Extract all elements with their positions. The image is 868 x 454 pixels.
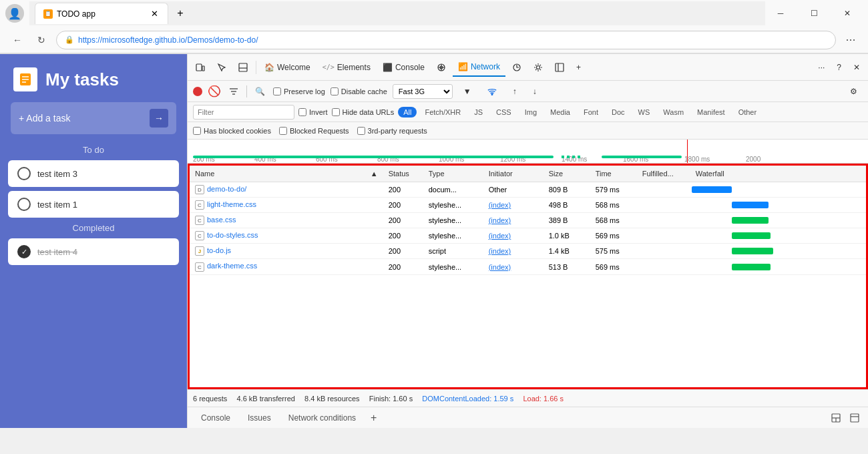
search-button[interactable]: 🔍 xyxy=(252,83,268,99)
record-button[interactable] xyxy=(193,87,202,96)
table-row[interactable]: Cdark-theme.css200styleshe...(index)513 … xyxy=(190,259,866,274)
browser-tab-active[interactable]: 📋 TODO app ✕ xyxy=(35,3,168,24)
cell-initiator[interactable]: (index) xyxy=(483,259,544,274)
filter-chip-font[interactable]: Font xyxy=(578,107,604,118)
hide-data-urls-label[interactable]: Hide data URLs xyxy=(332,108,395,116)
tab-sources-icon[interactable] xyxy=(431,58,451,77)
col-header-status[interactable]: Status xyxy=(383,166,423,182)
list-item[interactable]: test item 1 xyxy=(8,191,179,218)
table-row[interactable]: Cbase.css200styleshe...(index)389 B568 m… xyxy=(190,213,866,228)
close-button[interactable]: ✕ xyxy=(832,3,863,24)
disable-cache-checkbox[interactable] xyxy=(331,87,339,95)
devtools-close-button[interactable]: ✕ xyxy=(848,58,865,77)
filter-chip-all[interactable]: All xyxy=(398,107,417,118)
minimize-button[interactable]: ─ xyxy=(765,3,796,24)
undock-button[interactable] xyxy=(828,410,844,426)
preserve-log-label[interactable]: Preserve log xyxy=(273,87,325,95)
table-row[interactable]: Ddemo-to-do/200docum...Other809 B579 ms xyxy=(190,182,866,198)
has-blocked-cookies-label[interactable]: Has blocked cookies xyxy=(193,127,271,135)
inspect-button[interactable] xyxy=(212,58,232,77)
bottom-tab-network-conditions[interactable]: Network conditions xyxy=(280,411,364,425)
col-header-name[interactable]: Name ▲ xyxy=(190,166,383,182)
devtools-more-button[interactable]: ··· xyxy=(813,58,830,77)
tab-welcome[interactable]: 🏠 Welcome xyxy=(259,58,316,77)
download-button[interactable]: ↓ xyxy=(527,83,542,99)
tab-sidebar-toggle[interactable] xyxy=(550,58,570,77)
tab-network[interactable]: 📶 Stop recording Network xyxy=(453,58,505,77)
third-party-label[interactable]: 3rd-party requests xyxy=(357,127,427,135)
cell-name[interactable]: Cto-do-styles.css xyxy=(190,228,383,244)
disable-cache-label[interactable]: Disable cache xyxy=(331,87,387,95)
filter-chip-manifest[interactable]: Manifest xyxy=(692,107,730,118)
refresh-button[interactable]: ↻ xyxy=(32,31,51,49)
filter-chip-media[interactable]: Media xyxy=(545,107,576,118)
more-tools-button[interactable]: + xyxy=(571,58,586,77)
dock-button[interactable] xyxy=(847,410,863,426)
back-button[interactable]: ← xyxy=(8,31,27,49)
cell-initiator[interactable]: (index) xyxy=(483,198,544,213)
devtools-help-button[interactable]: ? xyxy=(831,58,847,77)
third-party-checkbox[interactable] xyxy=(357,127,365,135)
invert-label[interactable]: Invert xyxy=(298,108,328,116)
col-header-waterfall[interactable]: Waterfall xyxy=(690,166,866,182)
col-header-initiator[interactable]: Initiator xyxy=(483,166,544,182)
network-table-container[interactable]: Name ▲ Status Type Initiator Size Time F… xyxy=(188,164,868,389)
list-item[interactable]: test item 3 xyxy=(8,160,179,187)
preserve-log-checkbox[interactable] xyxy=(273,87,281,95)
clear-button[interactable]: 🚫 xyxy=(208,85,221,97)
filter-toggle-button[interactable] xyxy=(226,83,241,99)
blocked-requests-label[interactable]: Blocked Requests xyxy=(279,127,349,135)
bottom-tab-console[interactable]: Console xyxy=(193,411,238,425)
col-header-time[interactable]: Time xyxy=(590,166,637,182)
cell-name[interactable]: Cdark-theme.css xyxy=(190,259,383,274)
cell-initiator[interactable]: (index) xyxy=(483,244,544,259)
console-drawer-button[interactable] xyxy=(233,58,253,77)
cell-initiator[interactable]: Other xyxy=(483,182,544,198)
task-checkbox-checked[interactable]: ✓ xyxy=(17,245,31,258)
table-row[interactable]: Clight-theme.css200styleshe...(index)498… xyxy=(190,198,866,213)
col-header-type[interactable]: Type xyxy=(423,166,483,182)
filter-chip-img[interactable]: Img xyxy=(519,107,542,118)
cell-initiator[interactable]: (index) xyxy=(483,213,544,228)
filter-chip-wasm[interactable]: Wasm xyxy=(658,107,689,118)
bottom-tab-issues[interactable]: Issues xyxy=(240,411,279,425)
table-row[interactable]: Jto-do.js200script(index)1.4 kB575 ms xyxy=(190,244,866,259)
col-header-size[interactable]: Size xyxy=(544,166,590,182)
col-header-fulfilled[interactable]: Fulfilled... xyxy=(637,166,690,182)
profile-icon[interactable]: 👤 xyxy=(5,4,24,23)
tab-console[interactable]: ⬛ Console xyxy=(377,58,430,77)
filter-chip-ws[interactable]: WS xyxy=(633,107,656,118)
browser-more-button[interactable]: ··· xyxy=(841,31,860,49)
upload-button[interactable]: ↑ xyxy=(507,83,522,99)
bottom-tab-add-button[interactable]: + xyxy=(365,409,382,427)
filter-chip-fetch[interactable]: Fetch/XHR xyxy=(419,107,466,118)
filter-chip-js[interactable]: JS xyxy=(469,107,488,118)
task-checkbox[interactable] xyxy=(17,167,31,180)
throttle-select[interactable]: Fast 3G No throttling Slow 3G Offline xyxy=(393,84,453,99)
cell-name[interactable]: Ddemo-to-do/ xyxy=(190,182,383,198)
cell-name[interactable]: Cbase.css xyxy=(190,213,383,228)
tab-application[interactable] xyxy=(528,58,548,77)
cell-name[interactable]: Clight-theme.css xyxy=(190,198,383,213)
table-row[interactable]: Cto-do-styles.css200styleshe...(index)1.… xyxy=(190,228,866,244)
maximize-button[interactable]: ☐ xyxy=(799,3,829,24)
filter-chip-doc[interactable]: Doc xyxy=(606,107,630,118)
filter-chip-css[interactable]: CSS xyxy=(491,107,517,118)
new-tab-button[interactable]: + xyxy=(171,4,190,23)
online-indicator-button[interactable] xyxy=(482,83,502,99)
tab-performance[interactable] xyxy=(507,58,527,77)
network-settings-button[interactable]: ⚙ xyxy=(845,83,863,99)
add-task-bar[interactable]: + Add a task → xyxy=(11,102,176,134)
throttle-dropdown-button[interactable]: ▼ xyxy=(458,83,477,99)
cell-name[interactable]: Jto-do.js xyxy=(190,244,383,259)
invert-checkbox[interactable] xyxy=(298,108,306,116)
hide-data-urls-checkbox[interactable] xyxy=(332,108,340,116)
blocked-requests-checkbox[interactable] xyxy=(279,127,287,135)
list-item[interactable]: ✓ test item 4 xyxy=(8,238,179,265)
device-emulation-button[interactable] xyxy=(190,58,210,77)
has-blocked-cookies-checkbox[interactable] xyxy=(193,127,201,135)
filter-input[interactable] xyxy=(193,105,294,120)
tab-elements[interactable]: </> Elements xyxy=(317,58,376,77)
url-box[interactable]: 🔒 https://microsoftedge.github.io/Demos/… xyxy=(56,31,836,49)
tab-close-button[interactable]: ✕ xyxy=(149,9,160,19)
